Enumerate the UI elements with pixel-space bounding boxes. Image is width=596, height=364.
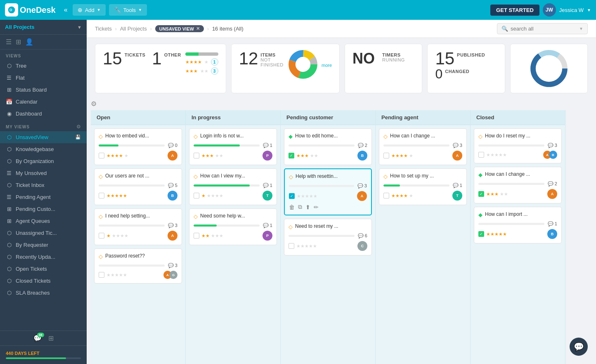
sidebar-item-pending-agent[interactable]: ☰ Pending Agent: [0, 191, 87, 203]
stat-card-published: 15 PUBLISHED 0 CHANGED: [427, 44, 505, 93]
card-copy-button[interactable]: ⧉: [298, 203, 302, 210]
sidebar-item-pending-customer[interactable]: ⊞ Pending Custo...: [0, 203, 87, 215]
sidebar-item-calendar[interactable]: 📅 Calendar: [0, 96, 87, 108]
card-checkbox[interactable]: [194, 153, 199, 158]
add-button[interactable]: ⊕ Add ▼: [73, 4, 106, 16]
card-checkbox[interactable]: [99, 153, 104, 158]
sidebar-bottom-icon-2[interactable]: ⊞: [48, 334, 54, 342]
card-checkbox[interactable]: [99, 272, 104, 278]
tools-button[interactable]: 🔧 Tools ▼: [109, 4, 147, 16]
card-avatar: A: [452, 151, 462, 161]
kanban-card[interactable]: ◇ How to embed vid... 💬 0: [94, 128, 182, 165]
sla-breaches-icon: ⬡: [6, 290, 12, 296]
kanban-card[interactable]: ◇ Password reset?? 💬 3 ★: [94, 248, 182, 284]
kanban-card[interactable]: ◇ How can I view my... 💬 1: [189, 168, 277, 205]
kanban-card[interactable]: ◇ Our users are not ... 💬 5: [94, 168, 182, 205]
card-chat-count: 💬 3: [168, 223, 177, 228]
save-view-icon[interactable]: 💾: [75, 135, 81, 140]
card-checkbox[interactable]: ✓: [289, 153, 294, 158]
sidebar-item-knowledgebase[interactable]: ⬡ Knowledgebase: [0, 143, 87, 155]
card-chat-count: 💬 3: [168, 263, 177, 268]
kanban-card[interactable]: ◇ Login info is not w... 💬 1: [189, 128, 277, 165]
search-input[interactable]: [511, 26, 577, 32]
sidebar-item-closed-tickets[interactable]: ⬡ Closed Tickets: [0, 275, 87, 287]
kanban-card[interactable]: ◆ How to edit home... 💬 2 ✓: [284, 128, 372, 165]
sidebar-item-unsaved-view[interactable]: ⬡ UnsavedView 💾: [0, 131, 87, 143]
star-icon: ★★★: [486, 191, 499, 197]
kanban-settings-icon[interactable]: ⚙: [91, 100, 97, 108]
card-checkbox[interactable]: ✓: [289, 193, 295, 199]
chat-widget-button[interactable]: 💬: [570, 338, 588, 356]
card-edit-button[interactable]: ✏: [314, 204, 319, 210]
sidebar-icon-grid[interactable]: ⊞: [16, 38, 21, 46]
kanban-card[interactable]: ◇ Need some help w... 💬 1: [189, 208, 277, 245]
sidebar-icon-person[interactable]: 👤: [25, 38, 33, 46]
sidebar-item-unassigned[interactable]: ⬡ Unassigned Tic...: [0, 227, 87, 239]
sidebar-item-recently-updated[interactable]: ⬡ Recently Upda...: [0, 251, 87, 263]
sidebar-project-name: All Projects: [5, 24, 35, 30]
card-checkbox[interactable]: [383, 153, 389, 158]
sidebar-item-tree[interactable]: ⬡ Tree: [0, 60, 87, 72]
card-checkbox[interactable]: [99, 193, 104, 199]
card-chat-count: 💬 3: [453, 143, 462, 148]
sidebar-item-status-board[interactable]: ⊞ Status Board: [0, 84, 87, 96]
kanban-card[interactable]: ◇ How can I change ... 💬 3: [379, 128, 467, 165]
sidebar-item-my-unsolved[interactable]: ☰ My Unsolved: [0, 167, 87, 179]
card-delete-button[interactable]: 🗑: [289, 204, 295, 210]
chat-widget-icon: 💬: [574, 342, 584, 352]
card-checkbox[interactable]: ✓: [478, 231, 484, 237]
card-title: Help with resettin...: [296, 173, 338, 180]
breadcrumb-unsaved-view-tag[interactable]: UNSAVED VIEW ✕: [155, 25, 204, 32]
kanban-card[interactable]: ◆ How can I import ... 💬 1 ✓: [474, 207, 562, 243]
card-checkbox[interactable]: [383, 193, 389, 199]
sidebar-item-dashboard[interactable]: ◉ Dashboard: [0, 108, 87, 120]
more-link[interactable]: more: [322, 63, 332, 68]
sidebar-item-flat[interactable]: ☰ Flat: [0, 72, 87, 84]
my-views-settings-icon[interactable]: ⚙: [76, 124, 81, 130]
sidebar-bottom-icon-1[interactable]: 💬 38: [33, 334, 42, 342]
card-title: Login info is not w...: [200, 133, 244, 139]
sidebar-item-sla-breaches[interactable]: ⬡ SLA Breaches: [0, 287, 87, 299]
sidebar-item-open-tickets[interactable]: ⬡ Open Tickets: [0, 263, 87, 275]
dashboard-icon: ◉: [6, 111, 12, 117]
kanban-card[interactable]: ◇ How do I reset my ... 💬 3: [474, 128, 562, 163]
card-chat-count: 💬 1: [263, 223, 272, 228]
user-dropdown-arrow[interactable]: ▼: [587, 8, 591, 12]
card-progress-bar: [99, 184, 165, 187]
sidebar-days-left: 440 DAYS LEFT: [0, 345, 87, 364]
kanban-col-closed: Closed ◇ How do I reset my ... 💬 3: [471, 110, 565, 364]
days-left-bar: [6, 357, 81, 359]
card-checkbox[interactable]: [99, 233, 104, 239]
card-avatar-2: G: [169, 271, 177, 279]
breadcrumb-all-projects[interactable]: All Projects: [120, 26, 147, 32]
search-dropdown-arrow[interactable]: ▼: [579, 26, 583, 31]
card-checkbox[interactable]: ✓: [478, 191, 484, 197]
star-icon: ★★★★: [391, 153, 408, 158]
kanban-card[interactable]: ◇ I need help setting... 💬 3: [94, 208, 182, 245]
pending-agent-icon: ☰: [6, 194, 12, 200]
card-checkbox[interactable]: [478, 152, 484, 158]
card-checkbox[interactable]: [194, 193, 199, 199]
sidebar-project-header[interactable]: All Projects ▼: [0, 20, 87, 35]
sidebar-item-by-requester[interactable]: ⬡ By Requester: [0, 239, 87, 251]
kanban-card[interactable]: ◆ How can I change ... 💬 2 ✓: [474, 167, 562, 203]
sidebar-icon-list[interactable]: ☰: [6, 38, 12, 46]
card-move-button[interactable]: ⬆: [305, 204, 310, 210]
sidebar-collapse-button[interactable]: «: [62, 5, 69, 15]
card-checkbox[interactable]: [194, 233, 199, 239]
card-progress-bar: [99, 144, 165, 147]
kanban-card[interactable]: ◇ How to set up my ... 💬 1: [379, 168, 467, 205]
breadcrumb-tickets[interactable]: Tickets: [95, 26, 112, 32]
sidebar-item-agent-queues[interactable]: ⊞ Agent Queues: [0, 215, 87, 227]
breadcrumb-tag-close[interactable]: ✕: [196, 26, 200, 31]
sidebar-item-ticket-inbox[interactable]: ⬡ Ticket Inbox: [0, 179, 87, 191]
card-title: I need help setting...: [105, 213, 150, 220]
kanban-card[interactable]: ◇ Need to reset my ... 💬 6: [284, 219, 372, 255]
search-box[interactable]: 🔍 ▼: [497, 23, 588, 34]
get-started-button[interactable]: GET STARTED: [490, 5, 539, 16]
diamond-icon: ◆: [289, 133, 293, 139]
kanban-card-selected[interactable]: ◇ Help with resettin... 💬 3 ✓: [284, 168, 372, 215]
sidebar-item-by-organization[interactable]: ⬡ By Organization: [0, 155, 87, 167]
card-checkbox[interactable]: [289, 243, 294, 249]
stat-card-timers: NO TIMERS RUNNING: [345, 44, 422, 93]
